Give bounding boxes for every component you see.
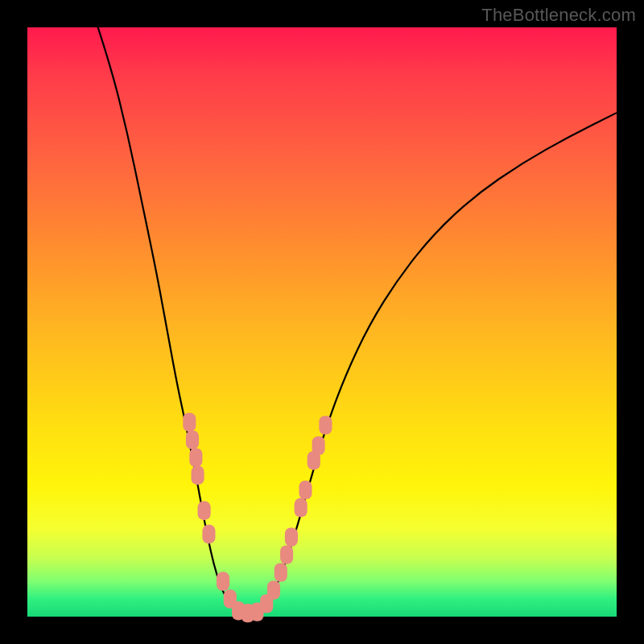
curve-marker (295, 498, 308, 517)
curve-marker (202, 525, 215, 543)
curve-svg (27, 27, 617, 617)
plot-area (27, 27, 617, 617)
curve-marker (275, 563, 287, 581)
curve-marker (217, 572, 229, 590)
marker-group (183, 413, 332, 623)
curve-marker (198, 502, 211, 520)
curve-marker (186, 431, 199, 449)
curve-marker (267, 580, 280, 599)
watermark-text: TheBottleneck.com (481, 5, 636, 26)
curve-marker (189, 448, 202, 467)
curve-marker (285, 527, 298, 546)
curve-marker (280, 545, 293, 564)
bottleneck-curve (93, 10, 617, 613)
curve-marker (299, 481, 312, 499)
curve-marker (191, 466, 204, 485)
curve-marker (183, 413, 196, 431)
chart-frame: TheBottleneck.com (0, 0, 644, 644)
curve-marker (312, 436, 325, 455)
curve-marker (319, 415, 332, 434)
